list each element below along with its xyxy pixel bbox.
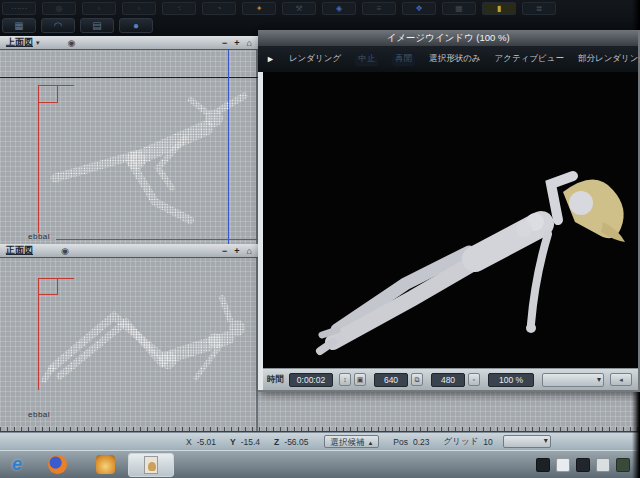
camera-icon[interactable]: ◉ <box>68 38 76 48</box>
firefox-icon[interactable] <box>44 453 70 477</box>
footer-scroll-button[interactable]: ◂ <box>610 373 632 386</box>
home-view-button[interactable]: ⌂ <box>247 246 252 256</box>
toolbar-icon-12[interactable]: ▦ <box>442 2 476 15</box>
footer-button-2[interactable]: ▣ <box>354 373 366 386</box>
toolbar-icon-8[interactable]: ⚒ <box>282 2 316 15</box>
pos-label: Pos <box>393 437 408 447</box>
image-window-titlebar[interactable]: イメージウインドウ (100 %) <box>258 30 638 46</box>
toolbar-icon-10[interactable]: ≡ <box>362 2 396 15</box>
chevron-down-icon[interactable]: ▾ <box>36 39 40 47</box>
tray-icon-1[interactable] <box>536 458 550 472</box>
image-window-footer: 時間 0:00:02 ↕ ▣ 640 ⧉ 480 ▫ 100 % ◂ <box>263 368 638 390</box>
wireframe-figure-top-view <box>0 50 258 244</box>
horizontal-ruler <box>0 424 640 432</box>
z-coord-label: Z <box>274 437 279 447</box>
grid-view-icon[interactable]: ▦ <box>2 18 36 33</box>
viewport-front-header: 正面図 ◉ − + ⌂ <box>0 244 258 258</box>
camera-icon[interactable]: ◉ <box>61 246 69 256</box>
viewport-top-label[interactable]: 上面図 <box>6 36 33 49</box>
toolbar-icon-3[interactable]: ▫ <box>82 2 116 15</box>
play-icon[interactable]: ► <box>266 54 275 64</box>
resume-button: 再開 <box>392 52 415 66</box>
toolbar-icon-1[interactable]: ⋯⋯ <box>2 2 36 15</box>
x-coord-value: -5.01 <box>197 437 216 447</box>
spreadsheet-icon[interactable]: ▤ <box>80 18 114 33</box>
render-width-field[interactable]: 640 <box>374 373 408 387</box>
rendered-figure <box>263 72 638 368</box>
toolbar-icon-7[interactable]: ✦ <box>242 2 276 15</box>
footer-button-1[interactable]: ↕ <box>339 373 351 386</box>
partial-render-button[interactable]: 部分レンダリング <box>578 53 640 65</box>
time-label: 時間 <box>267 374 284 386</box>
wireframe-figure-front-view <box>0 258 258 424</box>
selected-shapes-only-button[interactable]: 選択形状のみ <box>429 53 480 65</box>
grid-value: 10 <box>483 437 492 447</box>
toolbar-icon-13[interactable]: ▮ <box>482 2 516 15</box>
render-time-value: 0:00:02 <box>289 373 333 387</box>
active-view-button[interactable]: アクティブビュー <box>495 53 564 65</box>
zoom-out-button[interactable]: − <box>222 246 227 256</box>
zoom-out-button[interactable]: − <box>222 38 227 48</box>
y-coord-label: Y <box>230 437 236 447</box>
y-coord-value: -15.4 <box>241 437 260 447</box>
tray-icon-3[interactable] <box>576 458 590 472</box>
grid-label: グリッド <box>444 436 479 448</box>
x-coord-label: X <box>186 437 192 447</box>
zoom-percent-field[interactable]: 100 % <box>488 373 534 387</box>
render-height-field[interactable]: 480 <box>431 373 465 387</box>
snap-mode-dropdown[interactable] <box>503 435 551 448</box>
app-status-bar: X -5.01 Y -15.4 Z -56.05 選択候補▲ Pos 0.23 … <box>0 432 640 450</box>
pos-value: 0.23 <box>413 437 430 447</box>
toolbar-icon-14[interactable]: ≣ <box>522 2 556 15</box>
sphere-icon[interactable]: ● <box>119 18 153 33</box>
zoom-in-button[interactable]: + <box>234 246 239 256</box>
monitor-screen: ⋯⋯ ◎ ▫ ▫ ⁖ ◔ ✦ ⚒ ◈ ≡ ❖ ▦ ▮ ≣ ▦ ◠ ▤ ● 上面図… <box>0 0 640 478</box>
z-coord-value: -56.05 <box>284 437 308 447</box>
tray-icon-5[interactable] <box>616 458 630 472</box>
internet-explorer-icon[interactable]: e <box>4 453 30 477</box>
system-tray <box>536 458 630 472</box>
home-view-button[interactable]: ⌂ <box>247 38 252 48</box>
active-window-button[interactable] <box>128 453 174 477</box>
aspect-lock-icon[interactable]: ⧉ <box>411 373 423 386</box>
render-button[interactable]: レンダリング <box>289 53 341 65</box>
viewport-front-label[interactable]: 正面図 <box>6 244 33 257</box>
selection-candidates-button[interactable]: 選択候補▲ <box>324 435 379 448</box>
stop-button: 中止 <box>355 52 378 66</box>
toolbar-row-2: ▦ ◠ ▤ ● <box>2 18 153 34</box>
shade-app-icon[interactable] <box>92 453 118 477</box>
viewport-top-header: 上面図 ▾ ◉ − + ⌂ <box>0 36 258 50</box>
image-format-dropdown[interactable] <box>542 373 604 387</box>
image-window[interactable]: イメージウインドウ (100 %) ≑ ► レンダリング 中止 再開 選択形状の… <box>258 30 640 392</box>
tray-icon-2[interactable] <box>556 458 570 472</box>
toolbar-icon-6[interactable]: ◔ <box>202 2 236 15</box>
selection-candidates-label: 選択候補 <box>330 437 364 447</box>
toolbar-row-1: ⋯⋯ ◎ ▫ ▫ ⁖ ◔ ✦ ⚒ ◈ ≡ ❖ ▦ ▮ ≣ <box>2 2 556 16</box>
toolbar-icon-2[interactable]: ◎ <box>42 2 76 15</box>
toolbar-icon-4[interactable]: ▫ <box>122 2 156 15</box>
triangle-up-icon: ▲ <box>367 440 373 446</box>
toolbar-icon-9[interactable]: ◈ <box>322 2 356 15</box>
toolbar-icon-11[interactable]: ❖ <box>402 2 436 15</box>
windows-taskbar: e <box>0 450 640 478</box>
footer-button-3[interactable]: ▫ <box>468 373 480 386</box>
toolbar-icon-5[interactable]: ⁖ <box>162 2 196 15</box>
curve-icon[interactable]: ◠ <box>41 18 75 33</box>
render-canvas <box>263 72 638 368</box>
zoom-in-button[interactable]: + <box>234 38 239 48</box>
tray-icon-4[interactable] <box>596 458 610 472</box>
image-window-toolbar: ► レンダリング 中止 再開 選択形状のみ アクティブビュー 部分レンダリング … <box>258 46 638 72</box>
